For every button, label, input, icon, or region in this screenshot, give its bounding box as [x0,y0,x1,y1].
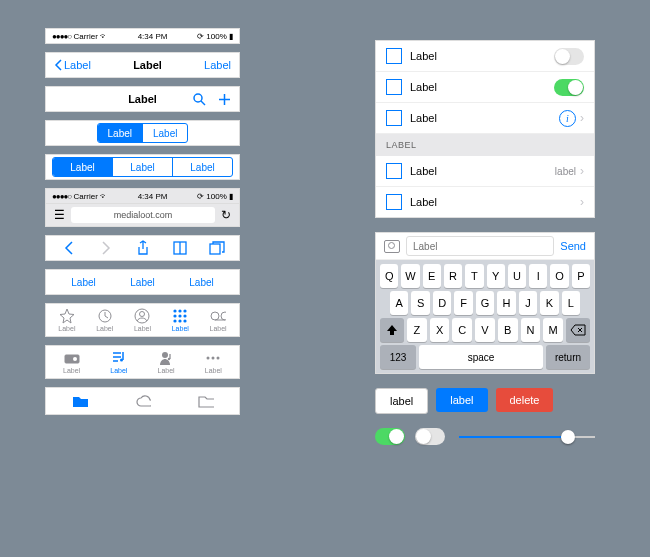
tab-folder[interactable] [198,393,214,409]
checkbox[interactable] [386,194,402,210]
segment-c[interactable]: Label [172,158,232,176]
key-i[interactable]: I [529,264,547,288]
nav-title: Label [128,93,157,105]
tab-more[interactable]: Label [205,350,222,374]
tab-cloud[interactable] [135,393,151,409]
bookmarks-icon[interactable] [171,239,189,257]
key-u[interactable]: U [508,264,526,288]
key-z[interactable]: Z [407,318,427,342]
svg-point-19 [120,359,123,362]
url-field[interactable]: medialoot.com [71,207,215,223]
segment-a[interactable]: Label [53,158,112,176]
checkbox[interactable] [386,163,402,179]
key-o[interactable]: O [550,264,568,288]
switch-on[interactable] [554,79,584,96]
key-f[interactable]: F [454,291,472,315]
key-k[interactable]: K [540,291,558,315]
tab-music[interactable]: Label [110,350,127,374]
segmented-bar-2: Label Label [45,120,240,146]
slider[interactable] [459,436,595,438]
space-key[interactable]: space [419,345,543,369]
send-button[interactable]: Send [560,240,586,252]
tab-voicemail[interactable]: Label [210,308,227,332]
svg-point-15 [211,312,219,320]
switch-off[interactable] [554,48,584,65]
share-icon[interactable] [134,239,152,257]
key-w[interactable]: W [401,264,419,288]
search-icon[interactable] [193,93,206,106]
key-c[interactable]: C [452,318,472,342]
tab-favorites[interactable]: Label [58,308,75,332]
key-b[interactable]: B [498,318,518,342]
reload-icon[interactable]: ↻ [221,208,231,222]
chevron-right-icon: › [580,195,584,209]
list-row[interactable]: Label [376,72,594,103]
switch-on[interactable] [375,428,405,445]
key-y[interactable]: Y [487,264,505,288]
chevron-right-icon: › [580,111,584,125]
list-row[interactable]: Label › [376,187,594,217]
svg-point-5 [140,312,145,317]
checkbox[interactable] [386,79,402,95]
svg-point-24 [217,357,220,360]
slider-thumb[interactable] [561,430,575,444]
button-default[interactable]: label [375,388,428,414]
tab-b[interactable]: Label [130,277,154,288]
key-a[interactable]: A [390,291,408,315]
key-q[interactable]: Q [380,264,398,288]
key-e[interactable]: E [423,264,441,288]
backspace-key[interactable] [566,318,590,342]
tabs-icon[interactable] [208,239,226,257]
button-primary[interactable]: label [436,388,487,412]
list-row[interactable]: Label i› [376,103,594,134]
nav-right-button[interactable]: Label [204,59,231,71]
key-x[interactable]: X [430,318,450,342]
segment-b[interactable]: Label [142,124,187,142]
key-n[interactable]: N [521,318,541,342]
segmented-bar-3: Label Label Label [45,154,240,180]
camera-icon[interactable] [384,240,400,253]
tab-artists[interactable]: Label [158,350,175,374]
list-row[interactable]: Label [376,41,594,72]
list-row[interactable]: Label label› [376,156,594,187]
menu-icon[interactable]: ☰ [54,208,65,222]
key-r[interactable]: R [444,264,462,288]
button-delete[interactable]: delete [496,388,554,412]
tab-folder-active[interactable] [72,393,88,409]
svg-point-16 [221,312,226,320]
back-button[interactable]: Label [54,59,91,71]
segment-a[interactable]: Label [98,124,142,142]
key-p[interactable]: P [572,264,590,288]
segment-b[interactable]: Label [112,158,172,176]
button-row: label label delete [375,388,595,414]
tab-keypad[interactable]: Label [172,308,189,332]
key-j[interactable]: J [519,291,537,315]
shift-key[interactable] [380,318,404,342]
return-key[interactable]: return [546,345,590,369]
key-v[interactable]: V [475,318,495,342]
checkbox[interactable] [386,110,402,126]
svg-point-18 [73,357,77,361]
key-m[interactable]: M [543,318,563,342]
info-icon[interactable]: i [559,110,576,127]
numbers-key[interactable]: 123 [380,345,416,369]
address-bar: ☰ medialoot.com ↻ [45,203,240,227]
tab-radio[interactable]: Label [63,350,80,374]
nav-bar: Label Label Label [45,52,240,78]
key-t[interactable]: T [465,264,483,288]
key-s[interactable]: S [411,291,429,315]
checkbox[interactable] [386,48,402,64]
plus-icon[interactable] [218,93,231,106]
key-h[interactable]: H [497,291,515,315]
back-icon[interactable] [60,239,78,257]
key-d[interactable]: D [433,291,451,315]
key-g[interactable]: G [476,291,494,315]
tab-c[interactable]: Label [189,277,213,288]
switch-off[interactable] [415,428,445,445]
tab-contacts[interactable]: Label [134,308,151,332]
svg-point-6 [174,309,177,312]
tab-a[interactable]: Label [71,277,95,288]
tab-recents[interactable]: Label [96,308,113,332]
message-input[interactable] [406,236,554,256]
key-l[interactable]: L [562,291,580,315]
